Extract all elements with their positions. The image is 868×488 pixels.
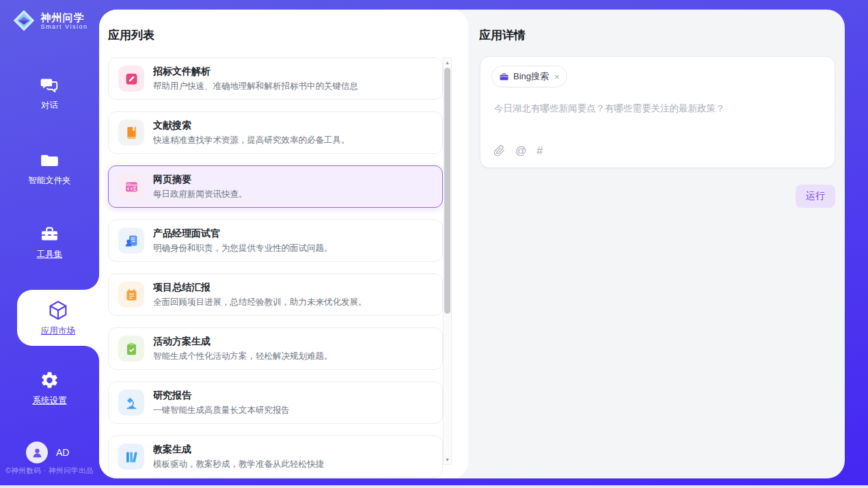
- app-card-bid-parse[interactable]: 招标文件解析 帮助用户快速、准确地理解和解析招标书中的关键信息: [108, 57, 443, 100]
- app-description: 全面回顾项目进展，总结经验教训，助力未来优化发展。: [153, 297, 367, 308]
- scroll-up-arrow[interactable]: ▲: [444, 58, 451, 67]
- sidebar-item-settings[interactable]: 系统设置: [0, 370, 99, 407]
- activity-plan-icon: [118, 336, 144, 362]
- tool-tag-close-icon[interactable]: ×: [553, 72, 560, 82]
- user-account[interactable]: AD: [26, 442, 69, 463]
- attachment-icon[interactable]: [493, 145, 505, 157]
- user-name: AD: [56, 447, 69, 458]
- sidebar-item-label: 对话: [41, 100, 58, 111]
- tool-tag-bing-search[interactable]: Bing搜索 ×: [491, 66, 567, 87]
- app-list: 招标文件解析 帮助用户快速、准确地理解和解析招标书中的关键信息 文献搜索 快速精…: [108, 57, 443, 478]
- app-description: 每日政府新闻资讯快查。: [153, 189, 247, 200]
- prompt-input-card[interactable]: Bing搜索 × 今日湖北有哪些新闻要点？有哪些需要关注的最新政策？ @ #: [480, 56, 835, 168]
- app-name: 活动方案生成: [153, 336, 333, 347]
- sidebar-item-label: 工具集: [37, 249, 63, 260]
- active-tab-curve-bottom: [84, 346, 99, 361]
- app-name: 招标文件解析: [153, 66, 358, 77]
- app-description: 模板驱动，教案秒成，教学准备从此轻松快捷: [153, 459, 324, 470]
- scroll-down-arrow[interactable]: ▼: [444, 455, 451, 464]
- app-card-lesson-plan[interactable]: 教案生成 模板驱动，教案秒成，教学准备从此轻松快捷: [108, 435, 443, 478]
- briefcase-icon: [499, 72, 509, 82]
- app-detail-title: 应用详情: [479, 27, 526, 43]
- sidebar-item-app-market[interactable]: 应用市场: [17, 290, 99, 346]
- pm-interview-icon: [118, 228, 144, 254]
- avatar: [26, 442, 48, 463]
- sidebar: 神州问学 Smart Vision 对话 智能文件夹: [0, 0, 99, 488]
- app-name: 研究报告: [153, 390, 290, 401]
- diamond-logo-icon: [12, 8, 36, 33]
- webpage-summary-icon: [118, 174, 144, 200]
- active-tab-curve-top: [84, 275, 99, 290]
- prompt-text-input[interactable]: 今日湖北有哪些新闻要点？有哪些需要关注的最新政策？: [494, 102, 821, 115]
- app-description: 快速精准查找学术资源，提高研究效率的必备工具。: [153, 135, 350, 146]
- app-list-scrollbar[interactable]: ▲ ▼: [443, 57, 452, 465]
- sidebar-item-label: 智能文件夹: [28, 175, 71, 187]
- app-name: 项目总结汇报: [153, 282, 367, 293]
- app-card-pm-interview[interactable]: 产品经理面试官 明确身份和职责，为您提供专业性的面试问题。: [108, 219, 443, 262]
- chat-icon: [40, 75, 59, 95]
- app-name: 教案生成: [153, 444, 324, 455]
- sidebar-item-label: 系统设置: [33, 395, 67, 407]
- app-description: 一键智能生成高质量长文本研究报告: [153, 405, 290, 416]
- copyright-footer: ©神州数码 · 神州问学出品: [0, 466, 99, 476]
- lesson-plan-icon: [118, 444, 144, 470]
- app-description: 明确身份和职责，为您提供专业性的面试问题。: [153, 243, 333, 254]
- cube-icon: [47, 299, 69, 321]
- content-container: 应用列表 招标文件解析 帮助用户快速、准确地理解和解析招标书中的关键信息 文献搜…: [99, 10, 845, 478]
- app-window: 神州问学 Smart Vision 对话 智能文件夹: [0, 0, 868, 488]
- toolbox-icon: [40, 224, 59, 244]
- app-description: 帮助用户快速、准确地理解和解析招标书中的关键信息: [153, 81, 358, 92]
- app-card-literature-search[interactable]: 文献搜索 快速精准查找学术资源，提高研究效率的必备工具。: [108, 111, 443, 154]
- app-name: 文献搜索: [153, 120, 350, 131]
- app-card-activity-plan[interactable]: 活动方案生成 智能生成个性化活动方案，轻松解决规划难题。: [108, 327, 443, 370]
- person-icon: [31, 446, 44, 459]
- sidebar-item-smart-folder[interactable]: 智能文件夹: [0, 150, 99, 187]
- brand-tagline: Smart Vision: [41, 23, 88, 30]
- tool-tag-label: Bing搜索: [513, 70, 549, 83]
- literature-search-icon: [118, 120, 144, 146]
- sidebar-item-label: 应用市场: [41, 325, 75, 337]
- run-button[interactable]: 运行: [796, 185, 835, 208]
- app-list-panel: 应用列表 招标文件解析 帮助用户快速、准确地理解和解析招标书中的关键信息 文献搜…: [99, 10, 468, 478]
- hash-icon[interactable]: #: [537, 145, 543, 157]
- app-card-project-summary[interactable]: 项目总结汇报 全面回顾项目进展，总结经验教训，助力未来优化发展。: [108, 273, 443, 316]
- bottom-edge-line: [0, 485, 868, 488]
- sidebar-item-toolset[interactable]: 工具集: [0, 224, 99, 260]
- brand-name: 神州问学: [41, 12, 88, 23]
- app-name: 产品经理面试官: [153, 228, 333, 239]
- app-description: 智能生成个性化活动方案，轻松解决规划难题。: [153, 351, 333, 362]
- bid-parse-icon: [118, 66, 144, 92]
- mention-icon[interactable]: @: [515, 145, 526, 157]
- app-detail-panel: 应用详情 Bing搜索 × 今日湖北有哪些新闻要点？有哪些需要关注的最新政策？: [468, 10, 845, 478]
- app-list-title: 应用列表: [108, 27, 154, 43]
- app-card-webpage-summary[interactable]: 网页摘要 每日政府新闻资讯快查。: [108, 165, 443, 208]
- sidebar-item-chat[interactable]: 对话: [0, 75, 99, 111]
- research-report-icon: [118, 390, 144, 416]
- folder-icon: [40, 150, 59, 170]
- scrollbar-thumb[interactable]: [444, 68, 450, 314]
- input-toolbar: @ #: [493, 145, 543, 157]
- brand-logo: 神州问学 Smart Vision: [0, 8, 99, 33]
- project-summary-icon: [118, 282, 144, 308]
- app-card-research-report[interactable]: 研究报告 一键智能生成高质量长文本研究报告: [108, 381, 443, 424]
- app-name: 网页摘要: [153, 174, 247, 185]
- gear-icon: [40, 370, 59, 390]
